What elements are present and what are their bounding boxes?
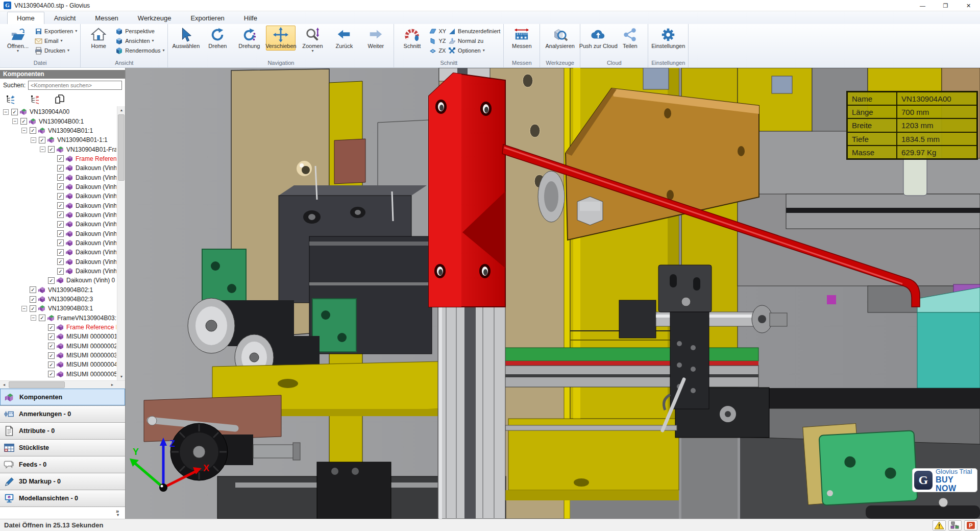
panel-tab[interactable]: Modellansichten - 0 — [0, 490, 125, 506]
tree-item[interactable]: − ✓ Daikouvn (Vinh — [0, 248, 116, 257]
tree-item[interactable]: − ✓ VN130904B02:1 — [0, 285, 116, 295]
section-custom-button[interactable]: Benutzerdefiniert — [448, 27, 500, 35]
pan-button[interactable]: Verschieben — [266, 26, 296, 51]
tree-checkbox[interactable]: ✓ — [48, 333, 55, 340]
part-magenta-block[interactable] — [827, 295, 836, 304]
tree-item[interactable]: − ✓ MISUMI 00000004: — [0, 360, 116, 369]
tree-item[interactable]: − ✓ Daikouvn (Vinh — [0, 238, 116, 248]
tree-item[interactable]: − ✓ Daikouvn (Vinh — [0, 210, 116, 220]
tree-checkbox[interactable]: ✓ — [57, 230, 64, 237]
scrollbar-thumb[interactable] — [9, 381, 65, 388]
email-button[interactable]: Email ▾ — [35, 37, 77, 45]
structure-button[interactable] — [948, 520, 962, 530]
panel-tab[interactable]: Komponenten — [0, 389, 125, 405]
tree-item[interactable]: − ✓ VN130904B01:1 — [0, 126, 116, 135]
tree-expander[interactable]: − — [12, 118, 18, 124]
part-bottom-right-machine[interactable] — [740, 388, 980, 519]
part-washer-disc[interactable] — [538, 171, 565, 222]
tree-item[interactable]: − ✓ FrameVN130904B03:1 — [0, 313, 116, 323]
tree-item[interactable]: − ✓ Daikouvn (Vinh — [0, 182, 116, 191]
tree-checkbox[interactable]: ✓ — [20, 118, 27, 125]
views-button[interactable]: Ansichten ▾ — [115, 37, 164, 45]
tree-item[interactable]: − ✓ Daikouvn (Vinh — [0, 163, 116, 173]
tree-checkbox[interactable]: ✓ — [57, 221, 64, 228]
scroll-up-icon[interactable]: ▲ — [117, 106, 125, 114]
buy-now-button[interactable]: BUY NOW — [936, 475, 975, 493]
tree-expander[interactable]: − — [21, 128, 27, 133]
tree-item[interactable]: − ✓ Daikouvn (Vinh — [0, 257, 116, 267]
collapse-all-button[interactable] — [30, 93, 41, 105]
tree-item[interactable]: − ✓ MISUMI 00000005: — [0, 370, 116, 379]
select-button[interactable]: Auswählen — [171, 26, 201, 51]
tree-expander[interactable]: − — [40, 147, 45, 152]
expand-all-button[interactable] — [5, 93, 16, 105]
menu-tab[interactable]: Werkzeuge — [128, 12, 181, 24]
close-button[interactable]: ✕ — [957, 0, 980, 11]
tree-checkbox[interactable]: ✓ — [57, 249, 64, 256]
tree-checkbox[interactable]: ✓ — [57, 174, 64, 181]
tree-checkbox[interactable]: ✓ — [48, 352, 55, 359]
section-options-button[interactable]: Optionen ▾ — [448, 46, 500, 55]
copy-button[interactable] — [54, 93, 65, 105]
viewport-3d[interactable]: X Y Z Name VN130904A00 Länge 700 mm Brei… — [126, 68, 980, 519]
tree-item[interactable]: − ✓ VN130904B01-Fram — [0, 144, 116, 154]
scroll-right-icon[interactable]: ► — [108, 381, 116, 389]
restore-button[interactable]: ❐ — [934, 0, 957, 11]
rotation-button[interactable]: Drehung — [234, 26, 264, 51]
tree-checkbox[interactable]: ✓ — [48, 277, 55, 284]
part-hex-nut[interactable] — [577, 197, 603, 225]
section-xy-button[interactable]: XY — [429, 27, 446, 35]
scroll-down-icon[interactable]: ▼ — [117, 373, 125, 380]
tree-item[interactable]: − ✓ MISUMI 00000003: — [0, 351, 116, 360]
tree-checkbox[interactable]: ✓ — [39, 315, 45, 321]
trial-badge[interactable]: G Glovius Trial BUY NOW — [912, 468, 977, 492]
tree-checkbox[interactable]: ✓ — [48, 146, 55, 153]
tree-item[interactable]: − ✓ MISUMI 00000002: — [0, 342, 116, 351]
menu-tab[interactable]: Exportieren — [181, 12, 234, 24]
panel-tab[interactable]: Attribute - 0 — [0, 422, 125, 439]
tree-item[interactable]: − ✓ Daikouvn (Vinh — [0, 191, 116, 201]
tree-checkbox[interactable]: ✓ — [48, 324, 55, 331]
tree-item[interactable]: − ✓ Frame Reference M — [0, 323, 116, 332]
rotate-button[interactable]: Drehen — [203, 26, 232, 51]
forward-button[interactable]: Weiter — [361, 26, 390, 51]
tree-item[interactable]: − ✓ VN130904B03:1 — [0, 304, 116, 313]
tree-checkbox[interactable]: ✓ — [48, 343, 55, 349]
tree-item[interactable]: − ✓ Daikouvn (Vinh — [0, 267, 116, 276]
perspective-button[interactable]: Perspektive — [115, 27, 164, 35]
tree-checkbox[interactable]: ✓ — [57, 268, 64, 275]
print-button[interactable]: Drucken ▾ — [35, 46, 77, 55]
tree-item[interactable]: − ✓ Daikouvn (Vinh — [0, 201, 116, 210]
tree-item[interactable]: − ✓ VN130904B00:1 — [0, 116, 116, 126]
zoom-button[interactable]: Zoomen ▾ — [298, 26, 327, 54]
scroll-left-icon[interactable]: ◄ — [0, 381, 8, 389]
tree-horizontal-scrollbar[interactable]: ◄ ► — [0, 380, 125, 389]
panel-tab[interactable]: Feeds - 0 — [0, 456, 125, 473]
tree-checkbox[interactable]: ✓ — [11, 109, 18, 115]
tree-item[interactable]: − ✓ Daikouvn (Vinh — [0, 173, 116, 182]
tree-item[interactable]: − ✓ Daikouvn (Vinh) 0 — [0, 276, 116, 285]
tree-expander[interactable]: − — [21, 306, 27, 311]
minimize-button[interactable]: — — [911, 0, 934, 11]
tree-checkbox[interactable]: ✓ — [57, 211, 64, 218]
powerpoint-export-button[interactable]: P — [964, 520, 977, 530]
tree-checkbox[interactable]: ✓ — [48, 361, 55, 368]
panel-more-button[interactable]: » ▾ — [0, 506, 125, 519]
panel-tab[interactable]: Anmerkungen - 0 — [0, 405, 125, 422]
tree-checkbox[interactable]: ✓ — [30, 127, 36, 134]
tree-vertical-scrollbar[interactable]: ▲ ▼ — [117, 106, 125, 380]
search-input[interactable] — [28, 81, 122, 90]
tree-item[interactable]: − ✓ MISUMI 00000001: — [0, 332, 116, 341]
tree-expander[interactable]: − — [31, 315, 36, 321]
open-button[interactable]: Öffnen... ▾ — [3, 26, 33, 54]
home-view-button[interactable]: Home — [84, 26, 113, 51]
export-button[interactable]: Exportieren ▾ — [35, 27, 77, 35]
part-green-rail[interactable] — [505, 348, 758, 387]
panel-tab[interactable]: 3D Markup - 0 — [0, 473, 125, 490]
tree-checkbox[interactable]: ✓ — [48, 371, 55, 377]
tree-item[interactable]: − ✓ Frame Referenc — [0, 154, 116, 163]
menu-tab[interactable]: Ansicht — [44, 12, 86, 24]
tree-checkbox[interactable]: ✓ — [57, 165, 64, 172]
tree-checkbox[interactable]: ✓ — [57, 155, 64, 162]
tree-checkbox[interactable]: ✓ — [57, 193, 64, 200]
